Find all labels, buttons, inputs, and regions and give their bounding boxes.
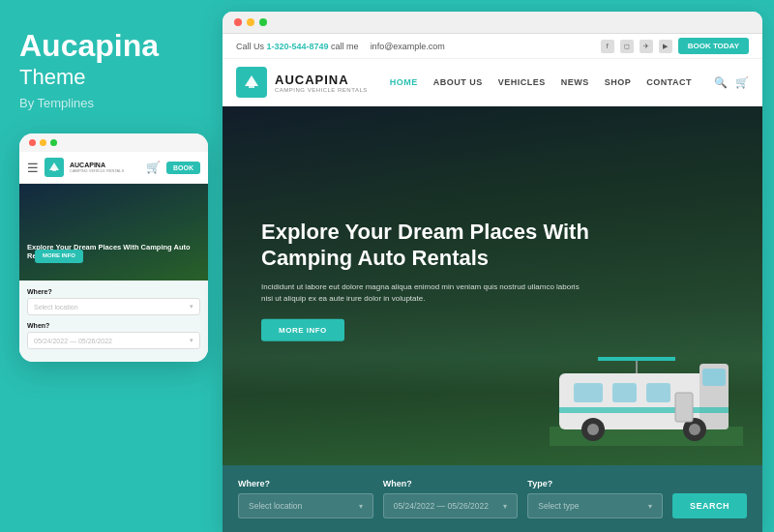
mobile-nav-right: 🛒 BOOK (146, 161, 200, 174)
mobile-dot-red (29, 139, 36, 146)
type-select[interactable]: Select type ▾ (527, 493, 663, 518)
search-button[interactable]: SEARCH (672, 493, 747, 518)
type-placeholder: Select type (538, 501, 579, 511)
hero-description: Incididunt ut labore eut dolore magna al… (261, 281, 590, 306)
where-select[interactable]: Select location ▾ (238, 493, 373, 518)
mobile-book-button[interactable]: BOOK (166, 162, 200, 174)
call-me-link[interactable]: call me (331, 42, 359, 51)
brand-section: Aucapina Theme By Templines (19, 29, 203, 110)
nav-link-shop[interactable]: SHOP (605, 77, 632, 87)
mobile-logo-sub: CAMPING VEHICLE RENTALS (70, 168, 124, 173)
mobile-when-arrow: ▾ (190, 337, 194, 344)
call-us-label: Call Us (236, 42, 264, 51)
mobile-where-label: Where? (27, 288, 200, 295)
mobile-nav-left: ☰ AUCAPINA CAMPING VEHICLE RENTALS (27, 158, 124, 177)
nav-link-about[interactable]: ABOUT US (433, 77, 483, 87)
svg-point-13 (587, 424, 599, 435)
browser-dot-red (234, 18, 242, 26)
nav-logo-name: AUCAPINA (275, 73, 368, 87)
mobile-where-arrow: ▾ (190, 303, 194, 310)
brand-subtitle: Theme (19, 65, 203, 90)
nav-link-contact[interactable]: CONTACT (646, 77, 692, 87)
browser-dot-yellow (247, 18, 254, 26)
nav-link-vehicles[interactable]: VEHICLES (498, 77, 546, 87)
logo-icon (236, 67, 267, 98)
hamburger-icon[interactable]: ☰ (27, 161, 39, 175)
mobile-where-select[interactable]: Select location ▾ (27, 298, 200, 315)
nav-logo-sub: CAMPING VEHICLE RENTALS (275, 87, 368, 93)
brand-title: Aucapina (19, 29, 203, 63)
where-arrow-icon: ▾ (359, 502, 363, 511)
where-field-label: Where? (238, 479, 373, 488)
desktop-mockup: Call Us 1-320-544-8749 call me info@exam… (223, 12, 762, 532)
telegram-icon[interactable]: ✈ (640, 40, 653, 53)
main-nav: AUCAPINA CAMPING VEHICLE RENTALS HOME AB… (223, 59, 762, 106)
nav-link-home[interactable]: HOME (390, 77, 418, 87)
when-field: When? 05/24/2022 — 05/26/2022 ▾ (383, 479, 519, 518)
mobile-dot-green (50, 139, 57, 146)
mobile-logo-text-block: AUCAPINA CAMPING VEHICLE RENTALS (70, 162, 124, 173)
mobile-dot-yellow (40, 139, 46, 146)
hero-title: Explore Your Dream Places With Camping A… (261, 218, 590, 271)
svg-rect-11 (559, 407, 729, 413)
book-today-button[interactable]: BOOK TODAY (678, 38, 749, 54)
hero-more-info-button[interactable]: MORE INFO (261, 319, 344, 341)
mobile-nav: ☰ AUCAPINA CAMPING VEHICLE RENTALS 🛒 BOO… (19, 152, 208, 184)
type-arrow-icon: ▾ (648, 502, 652, 511)
browser-dot-green (259, 18, 267, 26)
svg-rect-1 (52, 168, 56, 171)
left-panel: Aucapina Theme By Templines ☰ AUCAPI (0, 0, 223, 532)
svg-rect-8 (612, 383, 637, 402)
nav-link-news[interactable]: NEWS (561, 77, 589, 87)
svg-rect-7 (574, 383, 603, 402)
svg-rect-10 (702, 369, 726, 386)
hero-section: Explore Your Dream Places With Camping A… (223, 106, 762, 465)
cart-icon[interactable]: 🛒 (146, 161, 161, 174)
mobile-logo-name: AUCAPINA (70, 162, 124, 168)
utility-email: info@example.com (371, 42, 445, 51)
when-value: 05/24/2022 — 05/26/2022 (394, 501, 489, 511)
search-icon[interactable]: 🔍 (714, 76, 728, 89)
type-field-label: Type? (527, 479, 663, 488)
svg-rect-3 (249, 84, 254, 88)
nav-logo-text: AUCAPINA CAMPING VEHICLE RENTALS (275, 73, 368, 93)
facebook-icon[interactable]: f (601, 40, 614, 53)
mobile-hero-text: Explore Your Dream Places With Camping A… (27, 243, 200, 268)
type-field: Type? Select type ▾ (527, 479, 663, 518)
when-arrow-icon: ▾ (503, 502, 507, 511)
mobile-logo-image (45, 158, 64, 177)
search-form-bar: Where? Select location ▾ When? 05/24/202… (223, 465, 762, 532)
nav-logo: AUCAPINA CAMPING VEHICLE RENTALS (236, 67, 368, 98)
utility-right: f ◻ ✈ ▶ BOOK TODAY (601, 38, 749, 54)
mobile-mockup: ☰ AUCAPINA CAMPING VEHICLE RENTALS 🛒 BOO… (19, 133, 208, 362)
hero-content: Explore Your Dream Places With Camping A… (261, 218, 590, 341)
svg-rect-16 (675, 393, 693, 422)
hero-rv-illustration (550, 340, 743, 446)
utility-phone-section: Call Us 1-320-544-8749 call me (236, 42, 359, 51)
youtube-icon[interactable]: ▶ (659, 40, 672, 53)
instagram-icon[interactable]: ◻ (620, 40, 634, 53)
mobile-when-select[interactable]: 05/24/2022 — 05/26/2022 ▾ (27, 332, 200, 349)
mobile-where-placeholder: Select location (34, 304, 78, 310)
mobile-when-label: When? (27, 322, 200, 329)
mobile-hero: Explore Your Dream Places With Camping A… (19, 184, 208, 281)
mobile-form-section: Where? Select location ▾ When? 05/24/202… (19, 281, 208, 362)
nav-links: HOME ABOUT US VEHICLES NEWS SHOP CONTACT (390, 77, 692, 87)
cart-icon[interactable]: 🛒 (735, 76, 749, 89)
nav-icons: 🔍 🛒 (714, 76, 749, 89)
where-placeholder: Select location (249, 501, 302, 511)
when-field-label: When? (383, 479, 519, 488)
mobile-when-value: 05/24/2022 — 05/26/2022 (34, 338, 112, 344)
browser-chrome (223, 12, 762, 34)
utility-bar: Call Us 1-320-544-8749 call me info@exam… (223, 34, 762, 59)
mobile-top-bar (19, 133, 208, 152)
svg-rect-9 (646, 383, 670, 402)
utility-left: Call Us 1-320-544-8749 call me info@exam… (236, 42, 445, 51)
brand-by: By Templines (19, 96, 203, 110)
svg-point-15 (689, 424, 700, 435)
mobile-more-info-button[interactable]: MORE INFO (35, 250, 83, 263)
when-select[interactable]: 05/24/2022 — 05/26/2022 ▾ (383, 493, 519, 518)
where-field: Where? Select location ▾ (238, 479, 373, 518)
phone-number[interactable]: 1-320-544-8749 (267, 42, 329, 51)
